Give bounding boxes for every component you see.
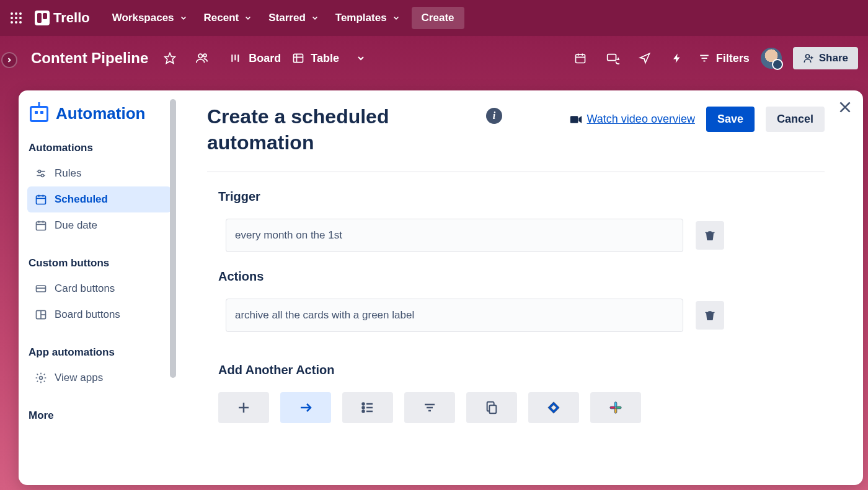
close-button[interactable]	[837, 99, 853, 118]
svg-point-10	[198, 54, 202, 58]
action-type-move[interactable]	[280, 392, 331, 423]
calendar-icon	[35, 219, 47, 232]
filter-icon	[699, 53, 710, 64]
svg-point-46	[40, 377, 43, 380]
svg-rect-64	[614, 402, 617, 407]
action-type-jira[interactable]	[528, 392, 579, 423]
svg-point-3	[11, 17, 13, 19]
sidebar-scrollbar[interactable]	[170, 99, 176, 378]
plus-icon	[236, 400, 251, 415]
svg-point-55	[363, 407, 365, 409]
app-topnav: Trello Workspaces Recent Starred Templat…	[0, 0, 868, 36]
svg-rect-66	[614, 408, 617, 413]
board-icon	[230, 52, 242, 64]
action-type-checklist[interactable]	[342, 392, 393, 423]
star-icon[interactable]	[159, 48, 180, 69]
location-icon[interactable]	[634, 48, 655, 69]
automation-modal: Automation Automations Rules Scheduled D…	[19, 90, 863, 485]
sidebar-item-view-apps[interactable]: View apps	[27, 365, 171, 391]
gear-icon	[35, 372, 47, 384]
sync-icon[interactable]	[602, 48, 623, 69]
svg-point-8	[19, 21, 22, 24]
menu-recent[interactable]: Recent	[204, 12, 253, 24]
svg-point-56	[363, 411, 365, 413]
action-type-copy[interactable]	[466, 392, 517, 423]
action-row: archive all the cards with a green label	[207, 299, 825, 332]
share-button[interactable]: Share	[793, 47, 858, 69]
menu-starred[interactable]: Starred	[268, 12, 319, 24]
save-button[interactable]: Save	[706, 107, 755, 132]
automation-main: Create a scheduled automation i Watch vi…	[177, 90, 863, 485]
svg-rect-65	[616, 406, 621, 409]
filters-button[interactable]: Filters	[699, 52, 750, 65]
board-title[interactable]: Content Pipeline	[31, 50, 148, 67]
chevron-down-icon	[179, 14, 188, 22]
brand-text: Trello	[53, 10, 90, 26]
action-type-add[interactable]	[218, 392, 269, 423]
action-type-slack[interactable]	[590, 392, 641, 423]
list-icon	[360, 400, 375, 415]
trash-icon	[704, 309, 715, 322]
filter-lines-icon	[422, 400, 437, 415]
svg-rect-18	[575, 55, 585, 63]
trigger-row: every month on the 1st	[207, 219, 825, 252]
svg-rect-49	[570, 116, 578, 123]
trigger-text[interactable]: every month on the 1st	[226, 219, 683, 252]
trash-icon	[704, 229, 715, 242]
arrow-right-icon	[297, 400, 314, 415]
board-icon	[35, 308, 47, 321]
create-button[interactable]: Create	[412, 7, 464, 29]
menu-templates[interactable]: Templates	[335, 12, 401, 24]
sidebar-item-board-buttons[interactable]: Board buttons	[27, 302, 171, 328]
trigger-heading: Trigger	[218, 190, 825, 204]
delete-trigger-button[interactable]	[696, 221, 724, 250]
menu-workspaces[interactable]: Workspaces	[112, 12, 188, 24]
group-heading-more: More	[29, 409, 171, 422]
svg-point-2	[19, 12, 22, 15]
board-header: Content Pipeline Board Table Filters Sha…	[0, 36, 868, 81]
svg-point-11	[204, 54, 207, 57]
sidebar-item-card-buttons[interactable]: Card buttons	[27, 276, 171, 302]
cancel-button[interactable]: Cancel	[766, 107, 825, 132]
view-switcher-chevron[interactable]	[350, 48, 371, 69]
svg-marker-9	[165, 53, 175, 64]
apps-switcher-icon[interactable]	[6, 8, 26, 28]
chevron-down-icon	[244, 14, 252, 22]
sidebar-item-rules[interactable]: Rules	[27, 160, 171, 186]
info-icon[interactable]: i	[486, 108, 502, 124]
svg-point-54	[363, 403, 365, 405]
video-icon	[570, 115, 582, 125]
close-icon	[837, 99, 853, 115]
delete-action-button[interactable]	[696, 301, 724, 330]
svg-rect-22	[607, 55, 616, 61]
table-icon	[292, 52, 304, 64]
member-avatar[interactable]	[761, 48, 782, 69]
sidebar-item-scheduled[interactable]: Scheduled	[27, 186, 171, 212]
copy-icon	[485, 400, 498, 415]
people-icon[interactable]	[192, 48, 213, 69]
jira-icon	[547, 401, 560, 414]
action-text[interactable]: archive all the cards with a green label	[226, 299, 683, 332]
group-heading-custom-buttons: Custom buttons	[29, 257, 171, 269]
chevron-down-icon	[392, 14, 401, 22]
share-person-icon	[803, 53, 814, 64]
action-type-sort[interactable]	[404, 392, 455, 423]
add-another-heading: Add Another Action	[218, 363, 825, 377]
svg-marker-50	[578, 116, 582, 123]
view-board[interactable]: Board	[230, 52, 281, 65]
trello-logo[interactable]: Trello	[35, 10, 90, 26]
actions-heading: Actions	[218, 269, 825, 284]
sidebar-item-due-date[interactable]: Due date	[27, 212, 171, 238]
view-table[interactable]: Table	[292, 52, 339, 65]
calendar-icon[interactable]	[570, 48, 591, 69]
watch-video-link[interactable]: Watch video overview	[570, 113, 695, 126]
page-title: Create a scheduled automation	[207, 104, 467, 155]
expand-sidebar-button[interactable]	[1, 52, 17, 68]
card-icon	[35, 282, 47, 295]
svg-point-32	[41, 174, 43, 177]
automation-bolt-icon[interactable]	[666, 48, 688, 69]
group-heading-app-automations: App automations	[29, 346, 171, 359]
svg-rect-67	[610, 406, 615, 409]
svg-rect-37	[37, 222, 46, 230]
automation-content: Trigger every month on the 1st Actions a…	[207, 172, 825, 470]
